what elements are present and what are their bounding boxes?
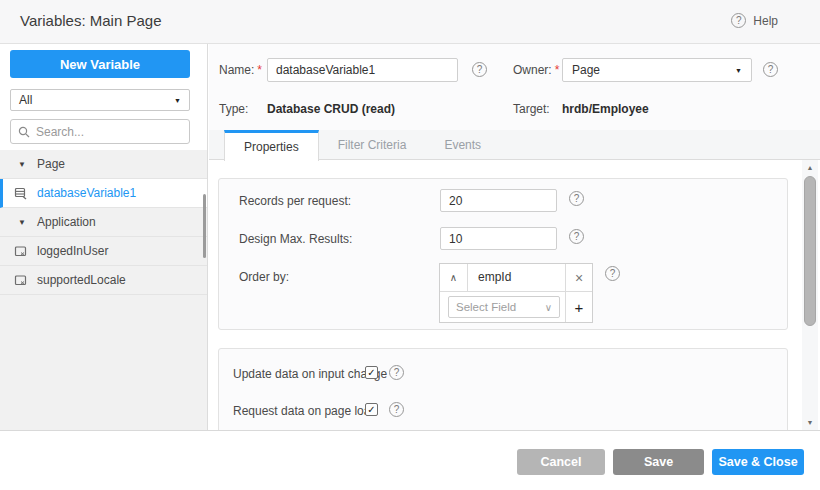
- tree-group-label: Page: [37, 157, 65, 171]
- variables-tree: ▼ Page databaseVariable1 ▼ Application l…: [0, 150, 207, 430]
- sidebar-scrollbar-thumb[interactable]: [203, 194, 206, 258]
- behavior-settings-group: Update data on input change ✓ ? Request …: [218, 348, 788, 430]
- tree-item-label: supportedLocale: [37, 273, 126, 287]
- tree-item-loggedinuser[interactable]: loggedInUser: [0, 237, 207, 266]
- order-by-label: Order by:: [239, 270, 289, 284]
- save-and-close-button[interactable]: Save & Close: [712, 449, 804, 475]
- dropdown-arrow-icon: ▼: [735, 67, 742, 74]
- new-variable-button[interactable]: New Variable: [10, 50, 190, 78]
- scroll-up-button[interactable]: ▲: [802, 160, 818, 175]
- cancel-button[interactable]: Cancel: [517, 449, 605, 475]
- records-per-request-label: Records per request:: [239, 194, 351, 208]
- owner-value: Page: [572, 63, 600, 77]
- sort-direction-button[interactable]: ∧: [440, 264, 468, 291]
- tree-group-application[interactable]: ▼ Application: [0, 208, 207, 237]
- name-help-icon[interactable]: ?: [472, 62, 487, 77]
- properties-tab-content: Records per request: ? Design Max. Resul…: [209, 160, 801, 430]
- scroll-up-icon: ▲: [807, 164, 814, 171]
- dialog-footer: Cancel Save Save & Close: [0, 430, 820, 490]
- close-icon: ×: [575, 270, 583, 286]
- tab-filter-criteria[interactable]: Filter Criteria: [319, 130, 426, 160]
- variable-search: [10, 119, 190, 144]
- tree-item-supportedlocale[interactable]: supportedLocale: [0, 266, 207, 295]
- dropdown-arrow-icon: ▼: [174, 97, 181, 104]
- owner-select[interactable]: Page ▼: [562, 58, 752, 82]
- search-icon: [18, 126, 30, 138]
- variables-dialog: Variables: Main Page ? Help New Variable…: [0, 0, 820, 490]
- update-on-change-help-icon[interactable]: ?: [389, 365, 404, 380]
- request-on-page-load-checkbox[interactable]: ✓: [365, 403, 378, 416]
- chevron-down-icon: ∨: [545, 302, 552, 313]
- tab-bar: Properties Filter Criteria Events: [209, 130, 820, 160]
- name-label: Name:*: [219, 63, 262, 77]
- required-asterisk: *: [555, 63, 560, 77]
- dialog-header: Variables: Main Page ? Help: [0, 0, 820, 44]
- type-label: Type:: [219, 102, 248, 116]
- name-input[interactable]: [267, 58, 458, 82]
- order-by-row: ∧ empId ×: [440, 264, 592, 292]
- check-icon: ✓: [367, 404, 375, 415]
- update-on-input-change-label: Update data on input change: [233, 367, 387, 381]
- select-field-placeholder: Select Field: [456, 301, 516, 313]
- chevron-up-icon: ∧: [450, 272, 457, 283]
- design-max-results-label: Design Max. Results:: [239, 232, 352, 246]
- tree-group-label: Application: [37, 215, 96, 229]
- owner-label: Owner:*: [513, 63, 559, 77]
- tree-item-databasevariable1[interactable]: databaseVariable1: [0, 179, 207, 208]
- required-asterisk: *: [257, 63, 262, 77]
- check-icon: ✓: [367, 367, 375, 378]
- tree-item-label: loggedInUser: [37, 244, 108, 258]
- target-label: Target:: [513, 102, 550, 116]
- tree-group-page[interactable]: ▼ Page: [0, 150, 207, 179]
- page-title: Variables: Main Page: [20, 12, 161, 29]
- expanded-triangle-icon: ▼: [18, 218, 26, 227]
- database-variable-icon: [14, 187, 27, 200]
- tree-item-label: databaseVariable1: [37, 186, 136, 200]
- expanded-triangle-icon: ▼: [18, 160, 26, 169]
- tab-properties[interactable]: Properties: [224, 130, 319, 161]
- static-variable-icon: [14, 245, 27, 258]
- owner-help-icon[interactable]: ?: [763, 62, 778, 77]
- add-order-field-button[interactable]: +: [565, 292, 592, 322]
- scroll-down-button[interactable]: ▼: [802, 415, 818, 430]
- select-field-dropdown[interactable]: Select Field ∨: [448, 296, 560, 318]
- type-value: Database CRUD (read): [267, 102, 395, 116]
- tab-events[interactable]: Events: [425, 130, 500, 160]
- order-by-field-value: empId: [468, 264, 565, 291]
- variables-sidebar: New Variable All ▼ ▼ Page databaseVariab…: [0, 44, 208, 430]
- scroll-down-icon: ▼: [807, 419, 814, 426]
- target-value: hrdb/Employee: [562, 102, 649, 116]
- variable-filter-select[interactable]: All ▼: [10, 89, 190, 111]
- search-input[interactable]: [36, 125, 182, 139]
- order-by-widget: ∧ empId × Select Field ∨ +: [439, 263, 593, 323]
- request-on-page-load-label: Request data on page load: [233, 404, 377, 418]
- variable-filter-value: All: [19, 93, 32, 107]
- help-label: Help: [753, 14, 778, 28]
- help-circle-icon: ?: [731, 13, 746, 28]
- records-per-request-input[interactable]: [440, 189, 557, 212]
- order-by-help-icon[interactable]: ?: [605, 266, 620, 281]
- design-max-results-input[interactable]: [440, 227, 557, 250]
- max-results-help-icon[interactable]: ?: [569, 229, 584, 244]
- remove-order-field-button[interactable]: ×: [565, 264, 592, 291]
- plus-icon: +: [575, 299, 584, 316]
- records-help-icon[interactable]: ?: [569, 191, 584, 206]
- static-variable-icon: [14, 274, 27, 287]
- scrollbar-thumb[interactable]: [804, 176, 816, 326]
- order-by-add-row: Select Field ∨ +: [440, 292, 592, 322]
- update-on-input-change-checkbox[interactable]: ✓: [365, 366, 378, 379]
- variable-summary-form: Name:* ? Owner:* Page ▼ ? Type: Database…: [209, 44, 820, 130]
- request-on-load-help-icon[interactable]: ?: [389, 402, 404, 417]
- save-button[interactable]: Save: [613, 449, 704, 475]
- request-settings-group: Records per request: ? Design Max. Resul…: [218, 178, 788, 330]
- content-scrollbar: ▲ ▼: [802, 160, 818, 430]
- help-button[interactable]: ? Help: [731, 13, 778, 28]
